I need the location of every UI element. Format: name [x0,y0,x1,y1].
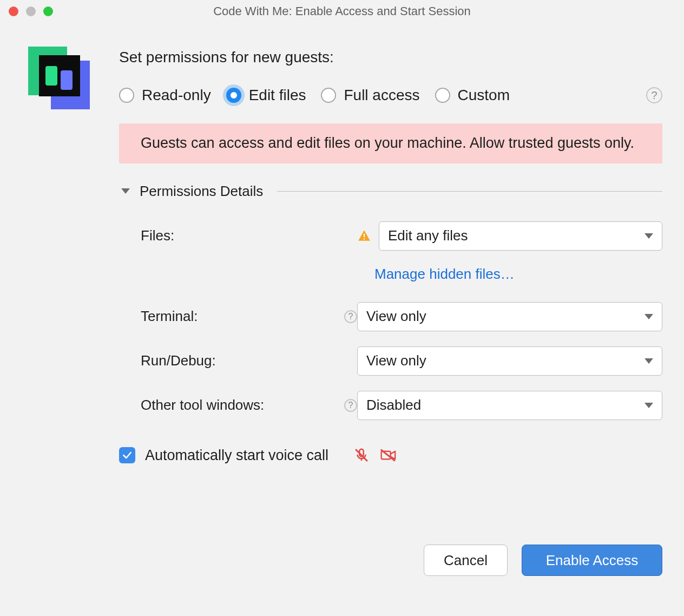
svg-rect-5 [364,233,365,237]
window-controls [9,6,53,16]
radio-edit-files-label: Edit files [249,87,306,104]
permissions-heading: Set permissions for new guests: [119,49,662,66]
terminal-select-value: View only [366,308,426,325]
radio-dot-icon [435,88,450,103]
voice-call-row: Automatically start voice call [119,447,662,464]
radio-custom-label: Custom [458,87,510,104]
radio-full-access-label: Full access [344,87,419,104]
cancel-button[interactable]: Cancel [424,545,508,576]
radio-edit-files[interactable]: Edit files [226,87,306,104]
warning-icon [357,229,371,243]
check-icon [122,450,133,461]
files-select[interactable]: Edit any files [379,221,662,251]
dialog-body: Set permissions for new guests: Read-onl… [0,23,684,480]
mic-off-icon[interactable] [353,447,370,463]
other-tool-windows-label: Other tool windows: [141,397,264,414]
radio-full-access[interactable]: Full access [321,87,419,104]
enable-access-button[interactable]: Enable Access [522,545,662,576]
permission-mode-group: Read-only Edit files Full access Custom … [119,87,662,104]
svg-rect-3 [45,66,57,86]
manage-hidden-files-row: Manage hidden files… [141,266,662,283]
dialog-window: Code With Me: Enable Access and Start Se… [0,0,684,616]
content-column: Set permissions for new guests: Read-onl… [114,39,662,464]
files-select-value: Edit any files [388,227,468,244]
chevron-down-icon [644,403,653,408]
manage-hidden-files-link[interactable]: Manage hidden files… [374,266,515,283]
voice-call-checkbox[interactable] [119,447,135,463]
radio-dot-icon [321,88,336,103]
app-icon-column [22,39,114,464]
files-label: Files: [141,227,174,244]
permissions-details-body: Files: Edit any files [119,221,662,420]
window-title: Code With Me: Enable Access and Start Se… [0,4,684,18]
radio-read-only[interactable]: Read-only [119,87,211,104]
chevron-down-icon [644,314,653,319]
other-tool-windows-select[interactable]: Disabled [357,391,662,420]
row-other-tool-windows: Other tool windows: ? Disabled [141,391,662,420]
dialog-footer: Cancel Enable Access [424,545,662,576]
radio-dot-icon [226,88,241,103]
help-icon[interactable]: ? [344,399,357,412]
permissions-details-label: Permissions Details [140,183,263,200]
zoom-window-button[interactable] [43,6,53,16]
divider [277,191,662,192]
svg-rect-6 [364,238,365,239]
radio-custom[interactable]: Custom [435,87,510,104]
run-debug-select[interactable]: View only [357,346,662,376]
help-icon[interactable]: ? [344,310,357,323]
voice-call-label: Automatically start voice call [145,447,328,464]
code-with-me-icon [27,44,92,109]
close-window-button[interactable] [9,6,18,16]
title-bar: Code With Me: Enable Access and Start Se… [0,0,684,23]
svg-rect-4 [61,70,73,90]
chevron-down-icon [121,188,130,194]
warning-banner: Guests can access and edit files on your… [119,123,662,163]
svg-rect-2 [39,55,80,96]
chevron-down-icon [644,233,653,239]
permissions-details-header[interactable]: Permissions Details [119,183,662,200]
radio-read-only-label: Read-only [142,87,211,104]
other-tool-windows-select-value: Disabled [366,397,421,414]
run-debug-label: Run/Debug: [141,352,216,369]
minimize-window-button [26,6,36,16]
camera-off-icon[interactable] [379,447,398,463]
row-run-debug: Run/Debug: View only [141,346,662,376]
row-terminal: Terminal: ? View only [141,302,662,331]
radio-dot-icon [119,88,134,103]
terminal-select[interactable]: View only [357,302,662,331]
terminal-label: Terminal: [141,308,198,325]
run-debug-select-value: View only [366,352,426,369]
chevron-down-icon [644,358,653,364]
row-files: Files: Edit any files [141,221,662,251]
help-icon[interactable]: ? [646,87,662,103]
